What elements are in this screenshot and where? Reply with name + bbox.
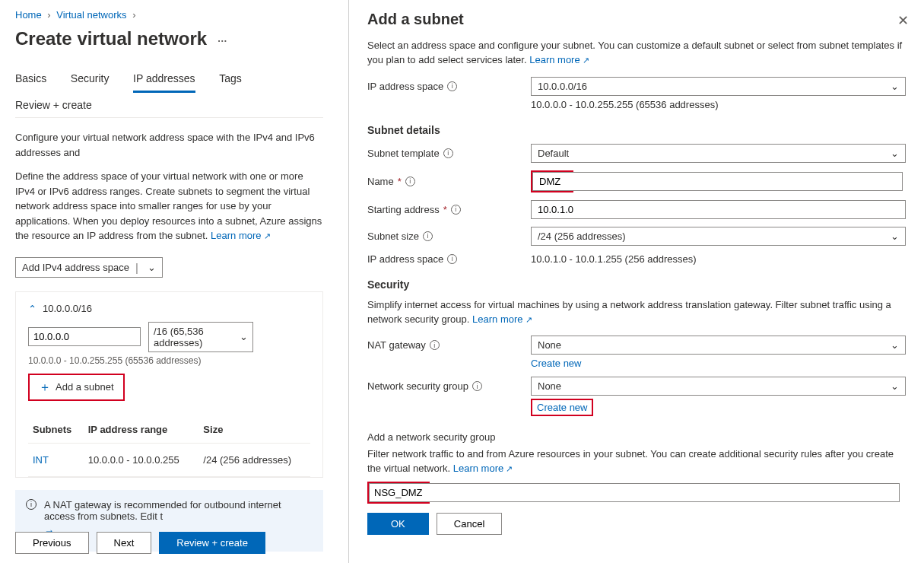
table-row[interactable]: INT 10.0.0.0 - 10.0.0.255 /24 (256 addre… xyxy=(28,443,310,476)
subnet-size-select[interactable]: /24 (256 addresses)⌄ xyxy=(531,227,906,246)
tab-tags[interactable]: Tags xyxy=(219,66,242,91)
space-cidr: 10.0.0.0/16 xyxy=(43,303,92,314)
ok-button[interactable]: OK xyxy=(367,513,429,535)
security-learn-more[interactable]: Learn more xyxy=(472,313,532,325)
add-ipv4-space-button[interactable]: Add IPv4 address space | ⌄ xyxy=(15,257,163,278)
info-icon[interactable]: i xyxy=(447,81,457,91)
chevron-up-icon[interactable]: ⌄ xyxy=(28,303,37,314)
info-icon: i xyxy=(26,499,37,510)
chevron-down-icon: ⌄ xyxy=(240,331,248,342)
col-range: IP address range xyxy=(84,416,199,444)
section-subnet-details: Subnet details xyxy=(367,124,906,136)
add-subnet-panel: ✕ Add a subnet Select an address space a… xyxy=(348,0,924,563)
page-desc-1: Configure your virtual network address s… xyxy=(15,130,323,160)
address-input[interactable] xyxy=(28,327,141,346)
info-icon[interactable]: i xyxy=(451,205,461,215)
nsg-name-input-rest[interactable] xyxy=(427,483,900,502)
tab-security[interactable]: Security xyxy=(71,66,110,91)
info-icon[interactable]: i xyxy=(472,381,482,391)
add-nsg-box: Add a network security group Filter netw… xyxy=(367,424,906,542)
chevron-down-icon: ⌄ xyxy=(891,81,899,92)
prefix-select[interactable]: /16 (65,536 addresses) ⌄ xyxy=(148,322,253,352)
ip-space-hint: 10.0.0.0 - 10.0.255.255 (65536 addresses… xyxy=(531,99,906,110)
starting-address-input[interactable] xyxy=(531,200,906,219)
breadcrumb: Home › Virtual networks › xyxy=(15,6,323,28)
tab-basics[interactable]: Basics xyxy=(15,66,46,91)
col-subnets: Subnets xyxy=(28,416,84,444)
chevron-down-icon: ⌄ xyxy=(891,380,899,392)
plus-icon: ＋ xyxy=(39,381,51,393)
cancel-button[interactable]: Cancel xyxy=(437,513,502,535)
col-size: Size xyxy=(198,416,310,444)
add-subnet-button[interactable]: ＋ Add a subnet xyxy=(31,377,122,398)
info-icon[interactable]: i xyxy=(447,254,457,264)
panel-title: Add a subnet xyxy=(367,11,906,28)
close-icon[interactable]: ✕ xyxy=(897,12,909,29)
tab-review[interactable]: Review + create xyxy=(15,93,92,117)
chevron-down-icon: ⌄ xyxy=(891,339,899,351)
nsg-name-input[interactable] xyxy=(369,483,428,502)
chevron-down-icon: ⌄ xyxy=(891,148,899,159)
info-icon[interactable]: i xyxy=(423,231,433,241)
subnet-name-input-rest[interactable] xyxy=(570,172,903,191)
tabs: Basics Security IP addresses Tags Review… xyxy=(15,66,323,118)
tab-ip-addresses[interactable]: IP addresses xyxy=(133,66,195,93)
address-space-card: ⌄ 10.0.0.0/16 /16 (65,536 addresses) ⌄ 1… xyxy=(15,291,323,478)
info-icon[interactable]: i xyxy=(430,340,440,350)
nsg-learn-more[interactable]: Learn more xyxy=(453,463,513,474)
info-icon[interactable]: i xyxy=(443,148,453,158)
nsg-box-title: Add a network security group xyxy=(367,431,906,443)
subnet-name-input[interactable] xyxy=(532,172,572,191)
panel-intro: Select an address space and configure yo… xyxy=(367,39,906,68)
subnet-template-select[interactable]: Default⌄ xyxy=(531,144,906,163)
chevron-down-icon: ⌄ xyxy=(891,231,899,242)
ip-space-select[interactable]: 10.0.0.0/16⌄ xyxy=(531,77,906,96)
ip-space-result: 10.0.1.0 - 10.0.1.255 (256 addresses) xyxy=(531,253,906,265)
breadcrumb-home[interactable]: Home xyxy=(15,9,42,21)
previous-button[interactable]: Previous xyxy=(15,532,89,554)
learn-more-link[interactable]: Learn more xyxy=(211,230,271,241)
next-button[interactable]: Next xyxy=(97,532,152,554)
address-range-hint: 10.0.0.0 - 10.0.255.255 (65536 addresses… xyxy=(28,355,310,366)
info-icon[interactable]: i xyxy=(405,177,415,186)
nat-create-new-link[interactable]: Create new xyxy=(531,358,581,369)
section-security: Security xyxy=(367,278,906,291)
chevron-down-icon: ⌄ xyxy=(148,262,156,273)
nsg-box-desc: Filter network traffic to and from Azure… xyxy=(367,447,906,475)
subnet-link[interactable]: INT xyxy=(33,454,49,466)
security-desc: Simplify internet access for virtual mac… xyxy=(367,298,906,327)
subnets-table: Subnets IP address range Size INT 10.0.0… xyxy=(28,416,310,477)
nat-gateway-select[interactable]: None⌄ xyxy=(531,336,906,355)
page-title: Create virtual network xyxy=(15,28,207,49)
wizard-footer: Previous Next Review + create xyxy=(15,532,265,554)
breadcrumb-vnets[interactable]: Virtual networks xyxy=(56,9,126,21)
more-icon[interactable]: … xyxy=(218,33,229,44)
panel-learn-more[interactable]: Learn more xyxy=(529,54,589,65)
page-desc-2: Define the address space of your virtual… xyxy=(15,169,323,243)
review-create-button[interactable]: Review + create xyxy=(159,532,265,554)
nsg-create-new-link[interactable]: Create new xyxy=(537,402,587,413)
nsg-select[interactable]: None⌄ xyxy=(531,377,906,396)
